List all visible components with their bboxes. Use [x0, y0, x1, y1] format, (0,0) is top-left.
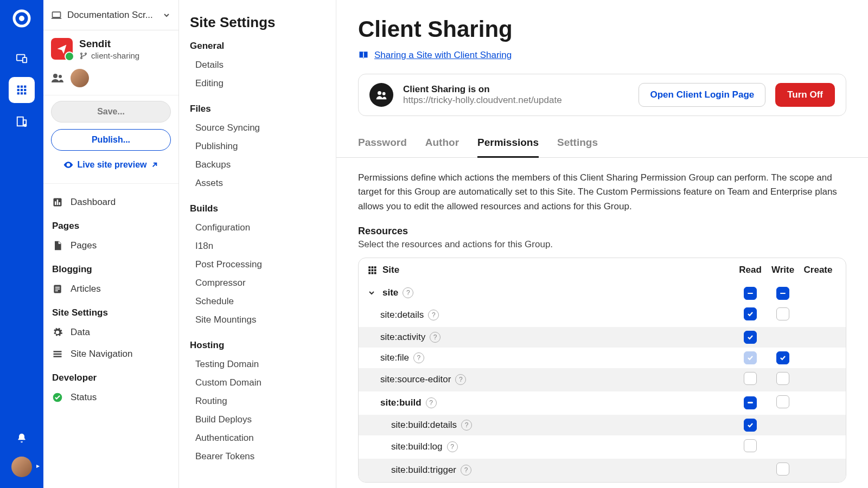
checkbox[interactable] — [744, 287, 757, 300]
site-name: Sendit — [79, 38, 139, 50]
publish-button[interactable]: Publish... — [51, 129, 171, 151]
tab-author[interactable]: Author — [425, 131, 459, 157]
settings-item[interactable]: Bearer Tokens — [190, 447, 325, 466]
save-button[interactable]: Save... — [51, 101, 171, 123]
rail-apps[interactable] — [9, 77, 35, 103]
doc-link[interactable]: Sharing a Site with Client Sharing — [374, 50, 512, 61]
status-url: https://tricky-holly.cloudvent.net/updat… — [403, 95, 629, 106]
svg-rect-5 — [21, 86, 23, 88]
settings-item[interactable]: Routing — [190, 392, 325, 410]
settings-item[interactable]: Details — [190, 56, 325, 74]
help-icon[interactable]: ? — [447, 441, 458, 452]
nav-site-navigation[interactable]: Site Navigation — [43, 343, 178, 365]
rail-notifications[interactable] — [9, 425, 35, 451]
tabs: PasswordAuthorPermissionsSettings — [336, 131, 868, 158]
chevron-down-icon[interactable] — [367, 288, 376, 297]
checkbox[interactable] — [744, 372, 757, 385]
site-members[interactable] — [43, 65, 178, 95]
checkbox[interactable] — [744, 439, 757, 452]
settings-item[interactable]: Authentication — [190, 429, 325, 447]
svg-rect-30 — [54, 351, 62, 352]
turn-off-button[interactable]: Turn Off — [775, 83, 835, 107]
svg-rect-43 — [372, 272, 374, 274]
help-icon[interactable]: ? — [403, 287, 413, 298]
settings-item[interactable]: I18n — [190, 237, 325, 255]
svg-rect-8 — [21, 89, 23, 91]
svg-point-35 — [382, 92, 386, 95]
svg-rect-42 — [368, 272, 371, 274]
help-icon[interactable]: ? — [428, 310, 439, 320]
checkbox[interactable] — [744, 419, 757, 432]
open-client-login-button[interactable]: Open Client Login Page — [639, 83, 765, 107]
checkbox[interactable] — [744, 396, 757, 409]
settings-item[interactable]: Post Processing — [190, 255, 325, 274]
help-icon[interactable]: ? — [461, 465, 471, 476]
tab-settings[interactable]: Settings — [557, 131, 598, 157]
rail-avatar[interactable] — [11, 457, 32, 477]
help-icon[interactable]: ? — [461, 420, 472, 431]
tab-password[interactable]: Password — [358, 131, 407, 157]
checkbox[interactable] — [776, 395, 789, 408]
permission-row: site:build? — [359, 391, 846, 415]
checkbox[interactable] — [776, 307, 789, 320]
checkbox[interactable] — [744, 307, 757, 320]
checkbox[interactable] — [744, 351, 757, 364]
chevron-down-icon — [162, 11, 171, 20]
nav-pages-head: Pages — [43, 213, 178, 235]
project-selector[interactable]: Documentation Scr... — [43, 0, 178, 30]
checkbox[interactable] — [776, 351, 789, 364]
checkbox[interactable] — [776, 372, 789, 385]
help-icon[interactable]: ? — [426, 397, 437, 408]
nav-pages[interactable]: Pages — [43, 235, 178, 256]
permission-row: site:file? — [359, 348, 846, 368]
settings-item[interactable]: Editing — [190, 74, 325, 93]
nav-dashboard[interactable]: Dashboard — [43, 191, 178, 213]
settings-item[interactable]: Configuration — [190, 219, 325, 237]
permission-label: site — [380, 287, 398, 298]
nav-data[interactable]: Data — [43, 322, 178, 343]
settings-panel: Site Settings GeneralDetailsEditingFiles… — [179, 0, 336, 488]
svg-rect-11 — [21, 92, 23, 94]
permission-row: site:activity? — [359, 327, 846, 348]
checkbox[interactable] — [776, 463, 789, 476]
permission-row: site:build:log? — [359, 435, 846, 459]
svg-rect-16 — [53, 12, 61, 17]
settings-item[interactable]: Publishing — [190, 137, 325, 156]
settings-item[interactable]: Site Mountings — [190, 311, 325, 329]
main-content: Client Sharing Sharing a Site with Clien… — [336, 0, 868, 488]
permission-row: site:source-editor? — [359, 368, 846, 391]
nav-articles[interactable]: Articles — [43, 278, 178, 300]
rail-devices[interactable] — [9, 46, 35, 72]
help-icon[interactable]: ? — [413, 352, 424, 363]
help-icon[interactable]: ? — [455, 374, 466, 385]
settings-title: Site Settings — [190, 14, 325, 31]
settings-item[interactable]: Backups — [190, 156, 325, 174]
help-icon[interactable]: ? — [430, 332, 441, 343]
svg-point-1 — [19, 16, 24, 21]
svg-point-20 — [53, 74, 58, 78]
sharing-icon — [369, 83, 393, 107]
permission-label: site:details — [367, 310, 424, 320]
rail-org[interactable] — [9, 108, 35, 134]
checkbox[interactable] — [776, 287, 789, 300]
settings-item[interactable]: Source Syncing — [190, 119, 325, 137]
permission-label: site:source-editor — [367, 374, 451, 385]
settings-item[interactable]: Testing Domain — [190, 355, 325, 374]
permission-row: site:details? — [359, 304, 846, 327]
member-avatar — [71, 69, 89, 87]
settings-item[interactable]: Build Deploys — [190, 410, 325, 429]
project-name: Documentation Scr... — [67, 10, 157, 21]
checkbox[interactable] — [744, 331, 757, 344]
settings-item[interactable]: Custom Domain — [190, 374, 325, 392]
settings-item[interactable]: Assets — [190, 174, 325, 192]
settings-item[interactable]: Compressor — [190, 274, 325, 292]
svg-point-17 — [81, 53, 82, 54]
svg-rect-12 — [24, 92, 26, 94]
nav-status[interactable]: Status — [43, 387, 178, 408]
live-preview-link[interactable]: Live site preview — [51, 157, 171, 178]
svg-rect-41 — [374, 269, 376, 272]
settings-item[interactable]: Schedule — [190, 292, 325, 311]
tab-permissions[interactable]: Permissions — [477, 131, 539, 157]
svg-rect-27 — [55, 287, 60, 288]
svg-rect-40 — [372, 269, 374, 272]
